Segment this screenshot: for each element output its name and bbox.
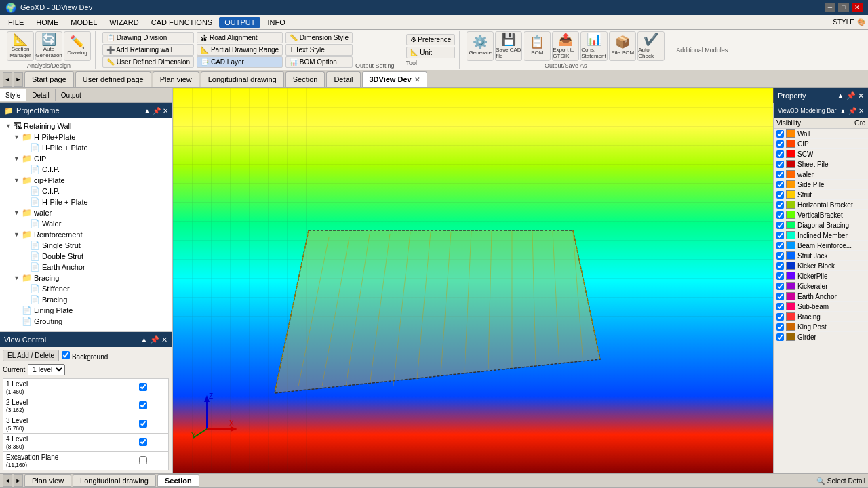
output-tab[interactable]: Output: [56, 89, 87, 101]
tree-cip-group[interactable]: ▼ 📁 CIP: [0, 153, 172, 164]
vis-diagonal-bracing[interactable]: Diagonal Bracing: [774, 220, 868, 230]
rp-up-icon[interactable]: ▲: [840, 107, 846, 115]
drawing-btn[interactable]: ✏️ Drawing: [64, 31, 91, 61]
panel-close-icon[interactable]: ✕: [163, 107, 168, 115]
tree-h-pile-plate[interactable]: 📄 H-Pile + Plate: [0, 142, 172, 153]
bottom-tab-plan-view[interactable]: Plan view: [24, 474, 71, 487]
level-2-check[interactable]: [139, 401, 147, 409]
vis-earth-anchor[interactable]: Earth Anchor: [774, 291, 868, 302]
bg-checkbox[interactable]: [62, 351, 70, 359]
vis-strut[interactable]: Strut: [774, 190, 868, 200]
vis-horizontal-bracket[interactable]: Horizontal Bracket: [774, 200, 868, 210]
vis-bracing-check[interactable]: [776, 313, 784, 321]
tree-stiffener[interactable]: 📄 Stiffener: [0, 283, 172, 294]
bottom-tab-nav-right[interactable]: ►: [14, 474, 23, 487]
prop-close-icon[interactable]: ✕: [858, 92, 864, 100]
vis-kicker-pile[interactable]: KickerPile: [774, 271, 868, 281]
unit-btn[interactable]: 📐 Unit: [406, 47, 456, 58]
tree-waler-group[interactable]: ▼ 📁 waler: [0, 207, 172, 218]
menu-info[interactable]: INFO: [262, 17, 290, 28]
vc-close-icon[interactable]: ✕: [161, 336, 167, 344]
maximize-btn[interactable]: □: [838, 3, 849, 12]
tree-retaining-wall[interactable]: ▼ 🏗 Retaining Wall: [0, 121, 172, 131]
vis-sb-check[interactable]: [776, 303, 784, 310]
vis-scw[interactable]: SCW: [774, 149, 868, 159]
vis-strut-jack[interactable]: Strut Jack: [774, 251, 868, 261]
tab-nav-right[interactable]: ►: [14, 72, 23, 87]
vis-girder[interactable]: Girder: [774, 332, 868, 342]
vis-cip[interactable]: CIP: [774, 139, 868, 149]
prop-up-icon[interactable]: ▲: [837, 92, 844, 100]
rp-pin-icon[interactable]: 📌: [848, 107, 856, 115]
level-1-check[interactable]: [139, 383, 147, 391]
menu-cad-functions[interactable]: CAD FUNCTIONS: [146, 17, 218, 28]
detail-tab[interactable]: Detail: [26, 89, 56, 101]
el-add-delete-btn[interactable]: EL Add / Delete: [3, 350, 59, 361]
tab-section[interactable]: Section: [285, 71, 326, 87]
menu-home[interactable]: HOME: [31, 17, 64, 28]
tree-lining-plate[interactable]: 📄 Lining Plate: [0, 305, 172, 316]
tree-reinforcement-group[interactable]: ▼ 📁 Reinforcement: [0, 229, 172, 240]
tab-nav-left[interactable]: ◄: [3, 72, 12, 87]
tree-cip-plate-group[interactable]: ▼ 📁 cip+Plate: [0, 175, 172, 186]
vis-kb-check[interactable]: [776, 262, 784, 270]
vc-up-icon[interactable]: ▲: [140, 336, 148, 344]
pile-bom-btn[interactable]: 📦Pile BOM: [609, 31, 636, 61]
bom-btn[interactable]: 📋BOM: [524, 31, 551, 61]
tree-earth-anchor[interactable]: 📄 Earth Anchor: [0, 262, 172, 272]
excavation-check[interactable]: [139, 456, 147, 464]
vis-hb-check[interactable]: [776, 201, 784, 209]
vis-waler[interactable]: waler: [774, 169, 868, 180]
menu-wizard[interactable]: WIZARD: [104, 17, 144, 28]
vis-im-check[interactable]: [776, 232, 784, 239]
tab-detail[interactable]: Detail: [326, 71, 360, 87]
save-cad-btn[interactable]: 💾Save CAD file: [495, 31, 522, 61]
tab-3dview-close[interactable]: ✕: [414, 76, 420, 83]
vis-king-post[interactable]: King Post: [774, 322, 868, 332]
road-alignment-btn[interactable]: 🛣 Road Alignment: [197, 32, 283, 43]
prop-pin-icon[interactable]: 📌: [846, 92, 856, 100]
add-retaining-wall-btn[interactable]: ➕ Add Retaining wall: [102, 44, 194, 56]
tree-bracing[interactable]: 📄 Bracing: [0, 294, 172, 305]
rp-close-icon[interactable]: ✕: [859, 107, 864, 115]
tab-start-page[interactable]: Start page: [24, 71, 74, 87]
vc-pin-icon[interactable]: 📌: [150, 336, 159, 344]
vis-side-pile-check[interactable]: [776, 181, 784, 188]
menu-model[interactable]: MODEL: [65, 17, 102, 28]
viewport[interactable]: Z X Y: [173, 88, 773, 473]
tab-user-defined[interactable]: User defined page: [75, 71, 151, 87]
vis-cip-check[interactable]: [776, 140, 784, 148]
vis-scw-check[interactable]: [776, 150, 784, 158]
generate-btn[interactable]: ⚙️Generate: [467, 31, 494, 61]
tree-h-pile-plate-group[interactable]: ▼ 📁 H-Pile+Plate: [0, 131, 172, 142]
vis-sheet-pile[interactable]: Sheet Pile: [774, 159, 868, 169]
vis-kickerwaler[interactable]: Kickeraler: [774, 281, 868, 291]
tab-longitudinal[interactable]: Longitudinal drawing: [201, 71, 284, 87]
tree-bracing-group[interactable]: ▼ 📁 Bracing: [0, 272, 172, 283]
minimize-btn[interactable]: ─: [825, 3, 835, 12]
tree-h-pile-plate2[interactable]: 📄 H-Pile + Plate: [0, 197, 172, 207]
bottom-tab-longitudinal[interactable]: Longitudinal drawing: [73, 474, 156, 487]
vis-side-pile[interactable]: Side Pile: [774, 180, 868, 190]
bottom-tab-nav-left[interactable]: ◄: [3, 474, 12, 487]
vis-bracing[interactable]: Bracing: [774, 312, 868, 322]
vis-db-check[interactable]: [776, 222, 784, 229]
bom-option-btn[interactable]: 📊 BOM Option: [285, 56, 353, 68]
bottom-tab-section[interactable]: Section: [157, 474, 199, 487]
dimension-style-btn[interactable]: 📏 Dimension Style: [285, 32, 353, 43]
auto-check-btn[interactable]: ✔️Auto Check: [637, 31, 665, 61]
vis-vb-check[interactable]: [776, 211, 784, 219]
vis-sheet-pile-check[interactable]: [776, 161, 784, 168]
vis-strut-check[interactable]: [776, 191, 784, 199]
tree-cip[interactable]: 📄 C.I.P.: [0, 164, 172, 175]
vis-waler-check[interactable]: [776, 171, 784, 178]
cons-statement-btn[interactable]: 📊Cons. Statement: [580, 31, 608, 61]
style-tab[interactable]: Style: [0, 89, 26, 101]
tab-plan-view[interactable]: Plan view: [153, 71, 199, 87]
close-btn[interactable]: ✕: [852, 3, 863, 12]
drawing-division-btn[interactable]: 📋 Drawing Division: [102, 32, 194, 43]
vis-br-check[interactable]: [776, 242, 784, 249]
vis-kicker-block[interactable]: Kicker Block: [774, 261, 868, 271]
level-4-check[interactable]: [139, 438, 147, 446]
vis-sub-beam[interactable]: Sub-beam: [774, 302, 868, 312]
